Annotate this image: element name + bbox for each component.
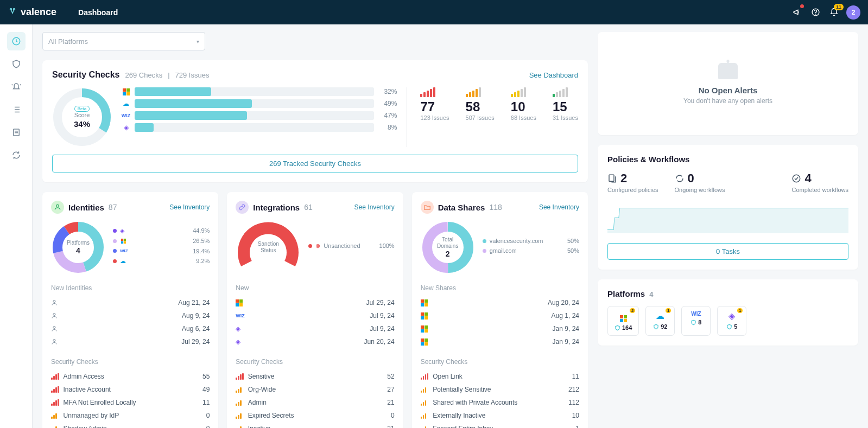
list-item[interactable]: Open Link11 — [421, 370, 579, 383]
refresh-icon — [675, 174, 685, 183]
score-donut: Beta Score 34% — [52, 87, 112, 147]
tasks-button[interactable]: 0 Tasks — [607, 243, 848, 260]
svg-point-16 — [53, 327, 55, 329]
brand-text: valence — [21, 7, 56, 18]
nav-doc-icon[interactable] — [7, 123, 26, 142]
list-item[interactable]: Shadow Admin0 — [51, 422, 210, 428]
alerts-card: No Open Alerts You don't have any open a… — [598, 32, 858, 135]
nav-list-icon[interactable] — [7, 100, 26, 119]
issues-count: 729 Issues — [175, 71, 210, 79]
platform-tile-sentinelone[interactable]: 1◈5 — [717, 306, 746, 336]
help-icon[interactable] — [808, 5, 822, 20]
brand-logo[interactable]: valence — [8, 7, 56, 18]
checks-count: 269 Checks — [125, 71, 163, 79]
policy-icon — [607, 174, 617, 183]
see-inventory-link[interactable]: See Inventory — [539, 203, 579, 211]
list-item[interactable]: Aug 20, 24 — [421, 296, 579, 309]
severity-grid: 77123 Issues 58507 Issues 1068 Issues 15… — [407, 87, 578, 147]
list-item[interactable]: Admin Access55 — [51, 370, 210, 383]
policies-card: Policies & Workflows 2Configured policie… — [598, 145, 858, 270]
brand-icon — [8, 8, 17, 17]
folder-icon — [421, 201, 434, 214]
list-item[interactable]: Externally Inactive10 — [421, 409, 579, 422]
platforms-card: Platforms4 2164 1☁92 WIZ8 1◈5 — [598, 279, 858, 346]
svg-point-15 — [53, 314, 55, 316]
list-item[interactable]: ◈Jun 20, 24 — [236, 335, 394, 348]
platform-tile-salesforce[interactable]: 1☁92 — [645, 306, 675, 336]
workflow-sparkline — [607, 203, 848, 233]
see-dashboard-link[interactable]: See Dashboard — [529, 71, 578, 79]
link-icon — [236, 201, 249, 214]
list-item[interactable]: Expired Secrets0 — [236, 409, 394, 422]
svg-point-17 — [53, 340, 55, 342]
page-title: Dashboard — [78, 8, 118, 17]
list-item[interactable]: Inactive Account49 — [51, 383, 210, 396]
see-inventory-link[interactable]: See Inventory — [354, 203, 395, 211]
list-item[interactable]: Potentially Sensitive212 — [421, 383, 579, 396]
security-checks-title: Security Checks — [52, 70, 120, 80]
nav-sync-icon[interactable] — [7, 146, 26, 164]
list-item[interactable]: Jul 29, 24 — [236, 296, 394, 309]
platform-bars: 32% ☁49% WIZ47% ◈8% — [122, 87, 397, 147]
wiz-icon: WIZ — [122, 111, 130, 120]
svg-point-1 — [14, 8, 15, 10]
list-item[interactable]: Aug 6, 24 — [51, 322, 210, 335]
list-item[interactable]: MFA Not Enrolled Locally11 — [51, 396, 210, 409]
list-item[interactable]: ◈Jul 9, 24 — [236, 322, 394, 335]
list-item[interactable]: Unmanaged by IdP0 — [51, 409, 210, 422]
list-item[interactable]: Admin21 — [236, 396, 394, 409]
svg-point-21 — [793, 175, 801, 182]
avatar[interactable]: 2 — [846, 5, 860, 20]
platform-tile-wiz[interactable]: WIZ8 — [681, 306, 711, 336]
svg-point-9 — [56, 205, 59, 207]
list-item[interactable]: Jul 29, 24 — [51, 335, 210, 348]
see-inventory-link[interactable]: See Inventory — [169, 203, 210, 211]
tracked-checks-button[interactable]: 269 Tracked Security Checks — [52, 155, 578, 173]
platform-select-label: All Platforms — [48, 37, 88, 46]
list-item[interactable]: Shared with Private Accounts112 — [421, 396, 579, 409]
beta-badge: Beta — [74, 106, 90, 112]
salesforce-icon: ☁ — [122, 99, 130, 108]
svg-rect-20 — [609, 175, 614, 181]
nav-dashboard-icon[interactable] — [7, 32, 26, 50]
svg-point-14 — [53, 301, 55, 303]
list-item[interactable]: Inactive21 — [236, 422, 394, 428]
list-item[interactable]: Aug 1, 24 — [421, 309, 579, 322]
nav-shield-icon[interactable] — [7, 55, 26, 73]
platform-select[interactable]: All Platforms ▾ — [42, 32, 205, 50]
sentinelone-icon: ◈ — [122, 123, 130, 132]
list-item[interactable]: Org-Wide27 — [236, 383, 394, 396]
identities-card: Identities 87 See Inventory Platforms4 ◈… — [42, 192, 218, 428]
user-icon — [51, 201, 64, 214]
list-item[interactable]: Aug 9, 24 — [51, 309, 210, 322]
list-item[interactable]: Jan 9, 24 — [421, 322, 579, 335]
list-item[interactable]: Forward Entire Inbox1 — [421, 422, 579, 428]
domains-donut: Total Domains2 — [421, 220, 475, 274]
check-circle-icon — [791, 174, 801, 183]
list-item[interactable]: Sensitive52 — [236, 370, 394, 383]
sanction-gauge: Sanction Status — [236, 220, 301, 274]
topbar: valence Dashboard 11 2 — [0, 0, 868, 24]
integrations-card: Integrations 61 See Inventory Sanction S… — [227, 192, 403, 428]
list-item[interactable]: Aug 21, 24 — [51, 296, 210, 309]
datashares-card: Data Shares 118 See Inventory Total Doma… — [412, 192, 588, 428]
nav-alert-icon[interactable] — [7, 78, 26, 96]
svg-point-3 — [815, 14, 816, 15]
sidenav — [0, 24, 33, 428]
notif-badge: 11 — [834, 4, 844, 10]
identities-donut: Platforms4 — [51, 220, 105, 274]
list-item[interactable]: Jan 9, 24 — [421, 335, 579, 348]
chevron-down-icon: ▾ — [197, 39, 199, 44]
announce-icon[interactable] — [790, 5, 804, 20]
security-checks-card: Security Checks 269 Checks | 729 Issues … — [42, 60, 588, 182]
platform-tile-microsoft[interactable]: 2164 — [607, 306, 639, 336]
svg-point-0 — [10, 8, 12, 10]
list-item[interactable]: WIZJul 9, 24 — [236, 309, 394, 322]
siren-icon — [718, 63, 738, 79]
bell-icon[interactable]: 11 — [827, 5, 841, 20]
